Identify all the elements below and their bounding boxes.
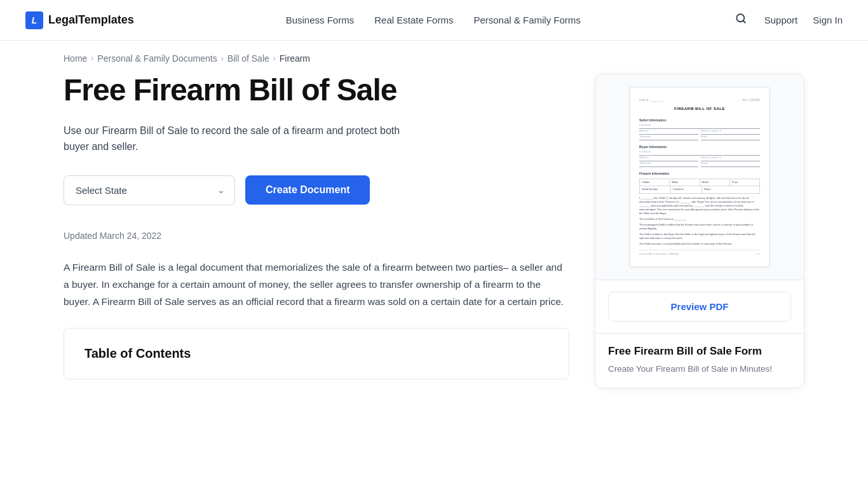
nav-personal-family-forms[interactable]: Personal & Family Forms <box>473 15 580 25</box>
page-title: Free Firearm Bill of Sale <box>64 74 569 107</box>
state-select[interactable]: Select State Alabama Alaska Arizona Arka… <box>64 175 235 205</box>
preview-card: Date of: ________ Rev. 1390381 FIREARM B… <box>595 74 804 388</box>
breadcrumb-home[interactable]: Home <box>64 53 87 64</box>
site-header: L LegalTemplates Business Forms Real Est… <box>0 0 868 41</box>
doc-buyer-label: Buyer Information <box>639 144 760 149</box>
doc-para-3: The undersigned Seller certifies that th… <box>639 223 760 231</box>
doc-table-cell-caliber: Caliber <box>640 179 670 186</box>
doc-table-cell-make: Make <box>670 179 700 186</box>
doc-firearm-label: Firearm Information <box>639 171 760 176</box>
doc-firearm-table: Caliber Make Model Price Serial Number C… <box>639 179 760 194</box>
doc-seller-addr-row: Address Driver's License # <box>639 130 760 135</box>
doc-rev: Rev. 1390381 <box>742 98 760 102</box>
doc-preview-area: Date of: ________ Rev. 1390381 FIREARM B… <box>595 74 804 280</box>
doc-buyer-name-field: Full Name <box>639 151 760 156</box>
nav-real-estate-forms[interactable]: Real Estate Forms <box>374 15 453 25</box>
doc-seller-dl-field: Driver's License # <box>701 130 760 135</box>
action-row: Select State Alabama Alaska Arizona Arka… <box>64 175 569 205</box>
breadcrumb: Home › Personal & Family Documents › Bil… <box>0 41 868 74</box>
subtitle: Use our Firearm Bill of Sale to record t… <box>64 123 419 155</box>
doc-table-cell-price: Price <box>730 179 759 186</box>
doc-footer: Firearm Bill of Sale (Rev. 1390381) 1 / … <box>639 250 760 256</box>
breadcrumb-sep-2: › <box>221 54 224 63</box>
doc-table-cell-notes: Notes <box>702 186 759 193</box>
preview-pdf-button[interactable]: Preview PDF <box>608 292 791 322</box>
doc-buyer-dl-field: Driver's License # <box>701 157 760 161</box>
logo-text: LegalTemplates <box>48 13 134 27</box>
doc-seller-tel-row: Telephone Email <box>639 136 760 140</box>
body-paragraph: A Firearm Bill of Sale is a legal docume… <box>64 259 569 310</box>
logo-link[interactable]: L LegalTemplates <box>25 11 134 29</box>
doc-table-header-row: Caliber Make Model Price <box>640 179 759 186</box>
doc-header-row: Date of: ________ Rev. 1390381 <box>639 98 760 102</box>
updated-date: Updated March 24, 2022 <box>64 231 569 241</box>
doc-para-5: The Seller assumes no responsibility aft… <box>639 242 760 246</box>
breadcrumb-personal-family[interactable]: Personal & Family Documents <box>97 53 217 64</box>
content-left: Free Firearm Bill of Sale Use our Firear… <box>64 74 569 388</box>
doc-buyer-tel-row: Telephone Email <box>639 163 760 167</box>
doc-seller-email-field: Email <box>701 136 760 140</box>
doc-buyer-tel-field: Telephone <box>639 163 698 167</box>
doc-buyer-name-row: Full Name <box>639 151 760 156</box>
doc-para-4: The Seller certifies to the Buyer that t… <box>639 233 760 240</box>
breadcrumb-current: Firearm <box>280 53 310 64</box>
card-bottom-title: Free Firearm Bill of Sale Form <box>608 345 791 358</box>
svg-line-1 <box>743 20 745 22</box>
logo-icon: L <box>25 11 43 29</box>
search-button[interactable] <box>733 10 749 30</box>
doc-page-title: FIREARM BILL OF SALE <box>639 106 760 112</box>
toc-title: Table of Contents <box>85 346 548 361</box>
doc-table-cell-model: Model <box>700 179 730 186</box>
breadcrumb-bill-of-sale[interactable]: Bill of Sale <box>227 53 269 64</box>
header-right: Support Sign In <box>733 10 843 30</box>
support-link[interactable]: Support <box>764 15 798 25</box>
main-container: Free Firearm Bill of Sale Use our Firear… <box>0 74 868 426</box>
doc-buyer-email-field: Email <box>701 163 760 167</box>
table-of-contents: Table of Contents <box>64 328 569 379</box>
doc-seller-label: Seller Information <box>639 118 760 123</box>
main-nav: Business Forms Real Estate Forms Persona… <box>286 15 581 25</box>
doc-footer-label: Firearm Bill of Sale (Rev. 1390381) <box>639 252 679 256</box>
nav-business-forms[interactable]: Business Forms <box>286 15 355 25</box>
doc-buyer-addr-field: Address <box>639 157 698 161</box>
doc-footer-page: 1 / 2 <box>755 252 760 256</box>
doc-seller-tel-field: Telephone <box>639 136 698 140</box>
doc-seller-name-row: Full Name <box>639 125 760 129</box>
create-document-button[interactable]: Create Document <box>245 175 370 205</box>
doc-table-cell-condition: Condition <box>671 186 702 193</box>
doc-seller-addr-field: Address <box>639 130 698 135</box>
doc-table-data-row: Serial Number Condition Notes <box>640 186 759 193</box>
breadcrumb-sep-3: › <box>273 54 276 63</box>
state-select-wrapper: Select State Alabama Alaska Arizona Arka… <box>64 175 235 205</box>
signin-link[interactable]: Sign In <box>813 15 843 25</box>
card-bottom-desc: Create Your Firearm Bill of Sale in Minu… <box>608 363 791 376</box>
doc-para-1: I, ________ (the "Seller"), hereby sell,… <box>639 196 760 215</box>
doc-date: Date of: ________ <box>639 98 663 102</box>
preview-btn-area: Preview PDF <box>595 280 804 334</box>
doc-table-cell-serial: Serial Number <box>640 186 671 193</box>
doc-buyer-addr-row: Address Driver's License # <box>639 157 760 161</box>
doc-seller-name-field: Full Name <box>639 125 760 129</box>
doc-para-2: The condition of the Firearm is ________… <box>639 217 760 221</box>
doc-page: Date of: ________ Rev. 1390381 FIREARM B… <box>630 87 770 267</box>
breadcrumb-sep-1: › <box>91 54 93 63</box>
card-bottom: Free Firearm Bill of Sale Form Create Yo… <box>595 334 804 388</box>
content-right: Date of: ________ Rev. 1390381 FIREARM B… <box>595 74 804 388</box>
